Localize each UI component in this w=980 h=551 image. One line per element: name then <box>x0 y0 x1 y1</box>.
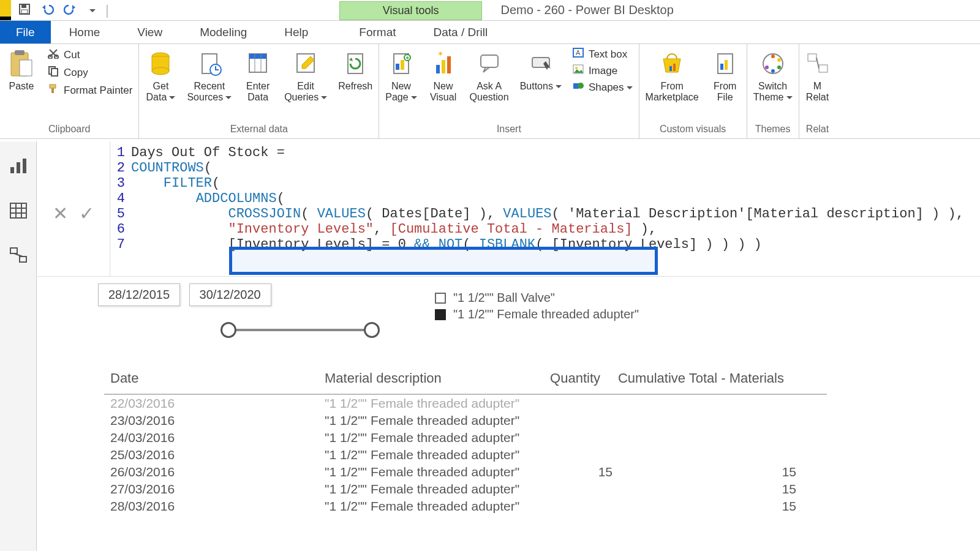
date-slider[interactable] <box>221 322 380 338</box>
contextual-tab-group-label: Visual tools <box>339 1 483 20</box>
undo-icon[interactable] <box>40 3 54 18</box>
shapes-button[interactable]: Shapes <box>573 81 633 94</box>
title-bar: | Visual tools Demo - 260 - Power BI Des… <box>0 0 980 21</box>
tab-data-drill[interactable]: Data / Drill <box>415 21 507 43</box>
save-icon[interactable] <box>18 3 31 18</box>
dax-line-7: [Inventory Levels] = 0 && NOT( ISBLANK( … <box>131 237 762 252</box>
table-row[interactable]: 28/03/2016"1 1/2"" Female threaded adupt… <box>104 498 827 515</box>
col-quantity[interactable]: Quantity <box>539 365 606 394</box>
recent-sources-button[interactable]: Recent Sources <box>187 48 232 102</box>
ask-question-icon <box>474 48 505 80</box>
new-page-icon: ✶ <box>386 48 417 80</box>
svg-rect-9 <box>51 69 58 76</box>
formula-cancel-button[interactable]: ✕ <box>53 203 68 224</box>
svg-rect-1 <box>21 5 26 8</box>
ask-question-button[interactable]: Ask A Question <box>470 48 509 102</box>
svg-rect-30 <box>447 56 451 73</box>
manage-relationships-button[interactable]: M Relat <box>802 48 833 102</box>
enter-data-button[interactable]: Enter Data <box>243 48 273 102</box>
svg-rect-54 <box>10 167 14 173</box>
tab-home[interactable]: Home <box>51 21 119 43</box>
table-row[interactable]: 22/03/2016"1 1/2"" Female threaded adupt… <box>104 395 827 412</box>
svg-point-14 <box>152 67 169 75</box>
svg-rect-18 <box>249 54 266 59</box>
legend-item-0[interactable]: "1 1/2"" Ball Valve" <box>435 291 639 305</box>
group-label-insert: Insert <box>497 122 521 136</box>
tab-view[interactable]: View <box>119 21 181 43</box>
buttons-button[interactable]: Buttons <box>520 48 562 92</box>
col-cumulative[interactable]: Cumulative Total - Materials <box>606 365 790 394</box>
file-tab[interactable]: File <box>0 21 51 43</box>
table-row[interactable]: 23/03/2016"1 1/2"" Female threaded adupt… <box>104 412 827 429</box>
from-file-button[interactable]: From File <box>710 48 741 102</box>
svg-rect-25 <box>401 60 404 70</box>
image-button[interactable]: Image <box>573 64 633 77</box>
group-label-custom: Custom visuals <box>660 122 726 136</box>
table-row[interactable]: 24/03/2016"1 1/2"" Female threaded adupt… <box>104 429 827 446</box>
data-table[interactable]: Date Material description Quantity Cumul… <box>104 365 827 515</box>
switch-theme-label: Switch Theme <box>753 81 793 102</box>
col-date[interactable]: Date <box>104 365 318 394</box>
slicer-to-date[interactable]: 30/12/2020 <box>189 283 271 306</box>
copy-icon <box>48 66 59 80</box>
get-data-label: Get Data <box>146 81 176 102</box>
textbox-button[interactable]: A Text box <box>573 48 633 61</box>
quick-access-toolbar: | <box>11 0 113 20</box>
formula-accept-button[interactable]: ✓ <box>79 203 94 224</box>
legend-swatch-1 <box>435 309 446 320</box>
cut-button[interactable]: Cut <box>48 48 132 62</box>
dax-line-4: ADDCOLUMNS( <box>131 191 285 206</box>
svg-rect-55 <box>17 162 20 173</box>
new-visual-button[interactable]: ✶ New Visual <box>428 48 459 102</box>
table-row[interactable]: 25/03/2016"1 1/2"" Female threaded adupt… <box>104 446 827 463</box>
format-painter-label: Format Painter <box>64 84 132 97</box>
dax-line-6: "Inventory Levels", [Cumulative Total - … <box>131 222 657 237</box>
data-view-icon[interactable] <box>10 203 27 221</box>
format-painter-button[interactable]: Format Painter <box>48 83 132 97</box>
slider-handle-to[interactable] <box>364 322 380 338</box>
slider-handle-from[interactable] <box>221 322 236 338</box>
svg-rect-5 <box>20 60 32 76</box>
col-material[interactable]: Material description <box>318 365 539 394</box>
table-row[interactable]: 26/03/2016"1 1/2"" Female threaded adupt… <box>104 463 827 481</box>
from-marketplace-label: From Marketplace <box>646 81 699 102</box>
tab-help[interactable]: Help <box>266 21 327 43</box>
recent-sources-label: Recent Sources <box>187 81 232 102</box>
legend-label-1: "1 1/2"" Female threaded adupter" <box>453 307 639 321</box>
svg-rect-40 <box>669 66 672 71</box>
svg-point-50 <box>765 66 769 69</box>
tab-modeling[interactable]: Modeling <box>181 21 266 43</box>
edit-queries-button[interactable]: Edit Queries <box>284 48 327 102</box>
legend-item-1[interactable]: "1 1/2"" Female threaded adupter" <box>435 307 639 321</box>
group-label-relationships: Relat <box>806 122 829 136</box>
buttons-label: Buttons <box>520 81 562 92</box>
redo-icon[interactable] <box>64 3 77 18</box>
table-body: 22/03/2016"1 1/2"" Female threaded adupt… <box>104 395 827 515</box>
slicer-from-date[interactable]: 28/12/2015 <box>98 283 180 306</box>
recent-sources-icon <box>194 48 225 80</box>
svg-rect-56 <box>23 159 26 173</box>
paste-button[interactable]: Paste <box>6 48 37 92</box>
svg-rect-24 <box>396 64 399 70</box>
get-data-button[interactable]: Get Data <box>145 48 176 102</box>
table-row[interactable]: 27/03/2016"1 1/2"" Female threaded adupt… <box>104 481 827 498</box>
shapes-label: Shapes <box>589 81 633 94</box>
report-canvas: ✕ ✓ 1Days Out Of Stock = 2COUNTROWS( 3 F… <box>37 141 980 551</box>
new-page-button[interactable]: ✶ New Page <box>385 48 417 102</box>
dax-editor[interactable]: 1Days Out Of Stock = 2COUNTROWS( 3 FILTE… <box>110 141 964 256</box>
group-label-external: External data <box>230 122 288 136</box>
copy-button[interactable]: Copy <box>48 66 132 80</box>
from-marketplace-button[interactable]: From Marketplace <box>646 48 699 102</box>
report-view-icon[interactable] <box>9 159 28 177</box>
edit-queries-icon <box>290 48 321 80</box>
from-file-label: From File <box>714 81 736 102</box>
tab-format[interactable]: Format <box>341 21 415 43</box>
svg-text:✶: ✶ <box>437 50 443 58</box>
app-badge-icon <box>0 0 11 20</box>
legend-label-0: "1 1/2"" Ball Valve" <box>453 291 555 305</box>
model-view-icon[interactable] <box>9 247 28 266</box>
switch-theme-button[interactable]: Switch Theme <box>753 48 793 102</box>
qat-customize-dropdown[interactable] <box>87 5 96 16</box>
refresh-button[interactable]: Refresh <box>338 48 372 92</box>
svg-rect-57 <box>10 203 26 218</box>
